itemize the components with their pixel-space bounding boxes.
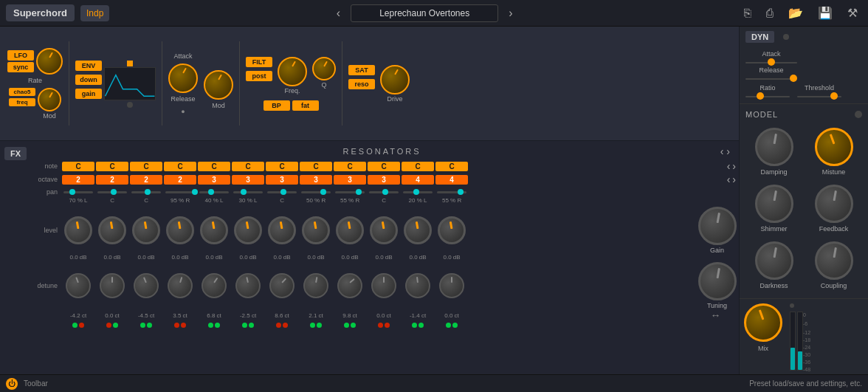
octave-cell-0[interactable]: 2 xyxy=(62,175,94,185)
gain-button[interactable]: gain xyxy=(75,89,102,99)
power-icon[interactable]: ⏻ xyxy=(6,378,18,390)
pan-slider-2[interactable] xyxy=(130,191,162,193)
note-cell-8[interactable]: C xyxy=(334,162,366,171)
freq-button[interactable]: freq xyxy=(9,98,35,106)
q-knob[interactable] xyxy=(312,57,336,80)
note-cell-0[interactable]: C xyxy=(62,162,94,171)
detune-knob-1[interactable] xyxy=(96,273,128,298)
level-knob-7[interactable] xyxy=(300,216,332,244)
fat-button[interactable]: fat xyxy=(292,100,319,111)
note-cell-1[interactable]: C xyxy=(96,162,128,171)
rate-knob[interactable] xyxy=(36,48,63,75)
level-knob-0[interactable] xyxy=(62,216,94,244)
detune-knob-9[interactable] xyxy=(368,273,400,298)
fx-button[interactable]: FX xyxy=(4,147,27,160)
octave-left[interactable]: ‹ xyxy=(727,173,731,185)
env-attack-knob[interactable] xyxy=(168,63,198,93)
dyn-release-thumb[interactable] xyxy=(790,75,797,82)
dyn-release-slider[interactable] xyxy=(745,75,797,80)
dyn-ratio-thumb[interactable] xyxy=(757,92,764,100)
level-knob-1[interactable] xyxy=(96,216,128,244)
level-knob-5[interactable] xyxy=(232,216,264,244)
swap-icon[interactable]: ↔ xyxy=(695,309,736,321)
load-icon[interactable]: 📂 xyxy=(784,4,807,21)
filt-button[interactable]: FILT xyxy=(246,57,272,67)
mistune-knob[interactable] xyxy=(815,128,853,166)
octave-cell-2[interactable]: 2 xyxy=(130,175,162,185)
reso-button[interactable]: reso xyxy=(348,79,375,89)
pan-slider-0[interactable] xyxy=(62,191,94,193)
note-cell-4[interactable]: C xyxy=(198,162,230,171)
coupling-knob[interactable] xyxy=(815,241,853,280)
level-knob-2[interactable] xyxy=(130,216,162,244)
pan-slider-8[interactable] xyxy=(334,191,366,193)
detune-knob-0[interactable] xyxy=(62,273,94,298)
octave-cell-9[interactable]: 3 xyxy=(368,175,400,185)
pan-slider-6[interactable] xyxy=(266,191,298,193)
env-mod-knob2[interactable] xyxy=(204,70,233,100)
octave-cell-10[interactable]: 4 xyxy=(402,175,434,185)
octave-right[interactable]: › xyxy=(732,173,736,185)
damping-knob[interactable] xyxy=(755,128,793,166)
level-knob-6[interactable] xyxy=(266,216,298,244)
note-cell-10[interactable]: C xyxy=(402,162,434,171)
pan-slider-10[interactable] xyxy=(402,191,434,193)
level-knob-4[interactable] xyxy=(198,216,230,244)
octave-cell-8[interactable]: 3 xyxy=(334,175,366,185)
dyn-threshold-slider[interactable] xyxy=(797,93,841,97)
prev-preset-button[interactable]: ‹ xyxy=(332,5,345,21)
detune-knob-8[interactable] xyxy=(334,273,366,298)
level-knob-11[interactable] xyxy=(435,216,468,244)
darkness-knob[interactable] xyxy=(755,241,793,280)
freq-knob[interactable] xyxy=(278,57,307,86)
copy-icon[interactable]: ⎘ xyxy=(740,5,756,21)
detune-knob-11[interactable] xyxy=(435,273,468,298)
paste-icon[interactable]: ⎙ xyxy=(762,5,778,21)
feedback-knob[interactable] xyxy=(815,185,853,223)
detune-knob-7[interactable] xyxy=(300,273,332,298)
octave-cell-4[interactable]: 3 xyxy=(198,175,230,185)
detune-knob-5[interactable] xyxy=(232,273,264,298)
pan-slider-7[interactable] xyxy=(300,191,332,193)
detune-knob-3[interactable] xyxy=(164,273,196,298)
drive-knob[interactable] xyxy=(380,65,410,94)
level-knob-9[interactable] xyxy=(368,216,400,244)
res-right-arrow[interactable]: › xyxy=(726,145,730,157)
note-cell-11[interactable]: C xyxy=(435,162,468,171)
dyn-threshold-thumb[interactable] xyxy=(830,92,838,100)
tuning-knob[interactable] xyxy=(698,262,737,300)
next-preset-button[interactable]: › xyxy=(504,5,517,21)
octave-cell-11[interactable]: 4 xyxy=(435,175,468,185)
pan-slider-5[interactable] xyxy=(232,191,264,193)
env-button[interactable]: ENV xyxy=(75,61,102,71)
level-knob-10[interactable] xyxy=(402,216,434,244)
logo-button[interactable]: Indp xyxy=(80,5,109,21)
note-right[interactable]: › xyxy=(732,160,736,172)
detune-knob-4[interactable] xyxy=(198,273,230,298)
save-icon[interactable]: 💾 xyxy=(813,4,837,21)
note-cell-6[interactable]: C xyxy=(266,162,298,171)
note-cell-2[interactable]: C xyxy=(130,162,162,171)
note-cell-5[interactable]: C xyxy=(232,162,264,171)
post-button[interactable]: post xyxy=(246,71,272,81)
settings-icon[interactable]: ⚒ xyxy=(843,4,862,21)
level-knob-3[interactable] xyxy=(164,216,196,244)
mix-knob[interactable] xyxy=(744,303,782,342)
sat-button[interactable]: SAT xyxy=(348,65,375,75)
pan-slider-11[interactable] xyxy=(435,191,468,193)
octave-cell-1[interactable]: 2 xyxy=(96,175,128,185)
note-cell-9[interactable]: C xyxy=(368,162,400,171)
octave-cell-7[interactable]: 3 xyxy=(300,175,332,185)
lfo-mod-knob[interactable] xyxy=(38,88,61,111)
detune-knob-6[interactable] xyxy=(266,273,298,298)
level-knob-8[interactable] xyxy=(334,216,366,244)
dyn-attack-slider[interactable] xyxy=(745,59,797,63)
sync-button[interactable]: sync xyxy=(7,62,34,72)
gain-knob[interactable] xyxy=(698,207,737,245)
octave-cell-5[interactable]: 3 xyxy=(232,175,264,185)
detune-knob-2[interactable] xyxy=(130,273,162,298)
note-cell-3[interactable]: C xyxy=(164,162,196,171)
res-left-arrow[interactable]: ‹ xyxy=(720,145,724,157)
note-cell-7[interactable]: C xyxy=(300,162,332,171)
octave-cell-3[interactable]: 2 xyxy=(164,175,196,185)
